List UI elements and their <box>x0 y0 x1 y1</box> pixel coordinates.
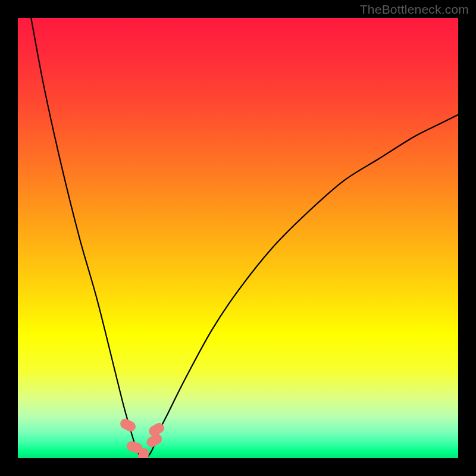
watermark-text: TheBottleneck.com <box>360 2 469 17</box>
marker-group <box>119 417 166 458</box>
plot-area <box>18 18 458 458</box>
outer-frame: TheBottleneck.com <box>0 0 476 476</box>
curve-layer <box>18 18 458 458</box>
bottleneck-curve <box>31 18 458 458</box>
curve-marker <box>119 417 137 433</box>
